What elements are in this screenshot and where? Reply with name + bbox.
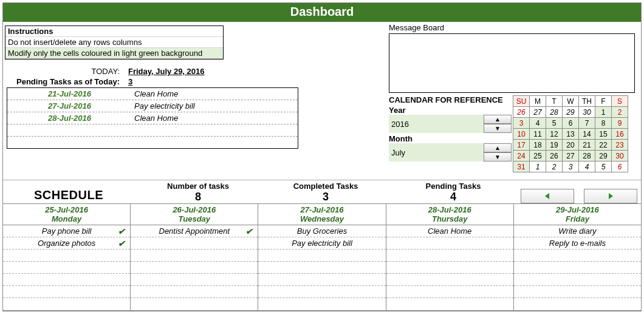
arrow-right-icon <box>606 192 615 200</box>
schedule-task-cell[interactable]: Reply to e-mails <box>514 237 641 250</box>
schedule-task-cell[interactable] <box>258 298 385 310</box>
today-value: Friday, July 29, 2016 <box>128 67 205 76</box>
schedule-task-cell[interactable] <box>131 250 258 262</box>
calendar-day[interactable]: 16 <box>612 129 628 140</box>
calendar-day[interactable]: 17 <box>513 140 530 151</box>
schedule-task-cell[interactable] <box>3 262 130 274</box>
schedule-task-cell[interactable] <box>386 262 513 274</box>
schedule-task-cell[interactable] <box>3 286 130 298</box>
schedule-task-cell[interactable] <box>3 250 130 262</box>
calendar-day[interactable]: 8 <box>595 118 612 129</box>
schedule-title: SCHEDULE <box>3 185 134 203</box>
pending-tasks-list: 21-Jul-2016Clean Home27-Jul-2016Pay elec… <box>7 87 298 149</box>
arrow-left-icon <box>543 192 552 200</box>
schedule-task-cell[interactable]: Write diary <box>514 225 641 237</box>
calendar-day[interactable]: 25 <box>530 151 546 162</box>
calendar-day[interactable]: 31 <box>513 162 530 172</box>
schedule-task-cell[interactable] <box>514 274 641 286</box>
schedule-task-cell[interactable] <box>131 286 258 298</box>
calendar-day[interactable]: 28 <box>579 151 595 162</box>
calendar-day[interactable]: 26 <box>546 151 563 162</box>
calendar-day[interactable]: 29 <box>563 107 579 118</box>
schedule-task-cell[interactable] <box>131 237 258 250</box>
calendar-day[interactable]: 14 <box>579 129 595 140</box>
stat-num-tasks-label: Number of tasks <box>134 180 262 191</box>
schedule-task-cell[interactable] <box>258 262 385 274</box>
calendar-day[interactable]: 4 <box>579 162 595 172</box>
schedule-task-cell[interactable] <box>3 274 130 286</box>
calendar-day[interactable]: 6 <box>563 118 579 129</box>
calendar-day[interactable]: 11 <box>530 129 546 140</box>
schedule-task-cell[interactable]: Pay electricity bill <box>258 237 385 250</box>
calendar-day[interactable]: 15 <box>595 129 612 140</box>
schedule-prev-button[interactable] <box>521 189 574 203</box>
calendar-day[interactable]: 12 <box>546 129 563 140</box>
year-down-button[interactable]: ▼ <box>484 124 512 133</box>
schedule-task-cell[interactable] <box>258 286 385 298</box>
calendar-day[interactable]: 28 <box>546 107 563 118</box>
schedule-task-cell[interactable]: Clean Home <box>386 225 513 237</box>
svg-marker-1 <box>609 193 613 199</box>
calendar-day[interactable]: 2 <box>546 162 563 172</box>
calendar-day[interactable]: 13 <box>563 129 579 140</box>
instructions-heading: Instructions <box>5 26 223 37</box>
schedule-task-text: Pay phone bill <box>42 226 92 236</box>
pending-task-date: 28-Jul-2016 <box>7 112 132 124</box>
schedule-task-cell[interactable] <box>386 298 513 310</box>
schedule-task-cell[interactable] <box>3 298 130 310</box>
month-down-button[interactable]: ▼ <box>484 152 512 162</box>
calendar-day[interactable]: 10 <box>513 129 530 140</box>
calendar-day[interactable]: 19 <box>546 140 563 151</box>
calendar-day[interactable]: 26 <box>513 107 530 118</box>
month-up-button[interactable]: ▲ <box>484 143 512 152</box>
calendar-day[interactable]: 29 <box>595 151 612 162</box>
schedule-task-cell[interactable] <box>386 237 513 250</box>
schedule-task-cell[interactable] <box>386 274 513 286</box>
pending-task-date: 27-Jul-2016 <box>7 100 132 112</box>
year-value[interactable]: 2016 <box>389 120 484 129</box>
schedule-task-cell[interactable] <box>386 286 513 298</box>
calendar-day[interactable]: 23 <box>612 140 628 151</box>
calendar-day[interactable]: 18 <box>530 140 546 151</box>
schedule-task-cell[interactable]: Dentist Appointment✔ <box>131 225 258 237</box>
year-label: Year <box>389 106 512 115</box>
year-up-button[interactable]: ▲ <box>484 115 512 124</box>
calendar-day[interactable]: 6 <box>612 162 628 172</box>
schedule-task-cell[interactable] <box>131 262 258 274</box>
schedule-task-cell[interactable] <box>386 250 513 262</box>
schedule-task-cell[interactable] <box>514 298 641 310</box>
calendar-day[interactable]: 2 <box>612 107 628 118</box>
calendar-day[interactable]: 1 <box>530 162 546 172</box>
schedule-task-cell[interactable]: Buy Groceries <box>258 225 385 237</box>
schedule-day-date: 26-Jul-2016 <box>131 204 258 214</box>
calendar-day[interactable]: 20 <box>563 140 579 151</box>
pending-task-row: 27-Jul-2016Pay electricity bill <box>7 100 298 112</box>
schedule-task-cell[interactable]: Organize photos✔ <box>3 237 130 250</box>
calendar-day[interactable]: 30 <box>579 107 595 118</box>
schedule-task-cell[interactable] <box>258 250 385 262</box>
calendar-day[interactable]: 3 <box>513 118 530 129</box>
calendar-day[interactable]: 21 <box>579 140 595 151</box>
calendar-day[interactable]: 30 <box>612 151 628 162</box>
calendar-day[interactable]: 27 <box>530 107 546 118</box>
schedule-task-cell[interactable] <box>131 274 258 286</box>
schedule-task-cell[interactable] <box>514 250 641 262</box>
schedule-next-button[interactable] <box>584 189 637 203</box>
calendar-day[interactable]: 9 <box>612 118 628 129</box>
month-value[interactable]: July <box>389 148 484 157</box>
calendar-day[interactable]: 3 <box>563 162 579 172</box>
calendar-day[interactable]: 24 <box>513 151 530 162</box>
schedule-task-cell[interactable] <box>258 274 385 286</box>
calendar-day[interactable]: 7 <box>579 118 595 129</box>
schedule-task-cell[interactable] <box>514 262 641 274</box>
calendar-day[interactable]: 27 <box>563 151 579 162</box>
calendar-day[interactable]: 1 <box>595 107 612 118</box>
calendar-day[interactable]: 5 <box>546 118 563 129</box>
calendar-day[interactable]: 5 <box>595 162 612 172</box>
schedule-task-cell[interactable] <box>514 286 641 298</box>
calendar-day[interactable]: 22 <box>595 140 612 151</box>
schedule-task-cell[interactable]: Pay phone bill✔ <box>3 225 130 237</box>
message-board-input[interactable] <box>389 33 635 93</box>
schedule-task-cell[interactable] <box>131 298 258 310</box>
calendar-day[interactable]: 4 <box>530 118 546 129</box>
